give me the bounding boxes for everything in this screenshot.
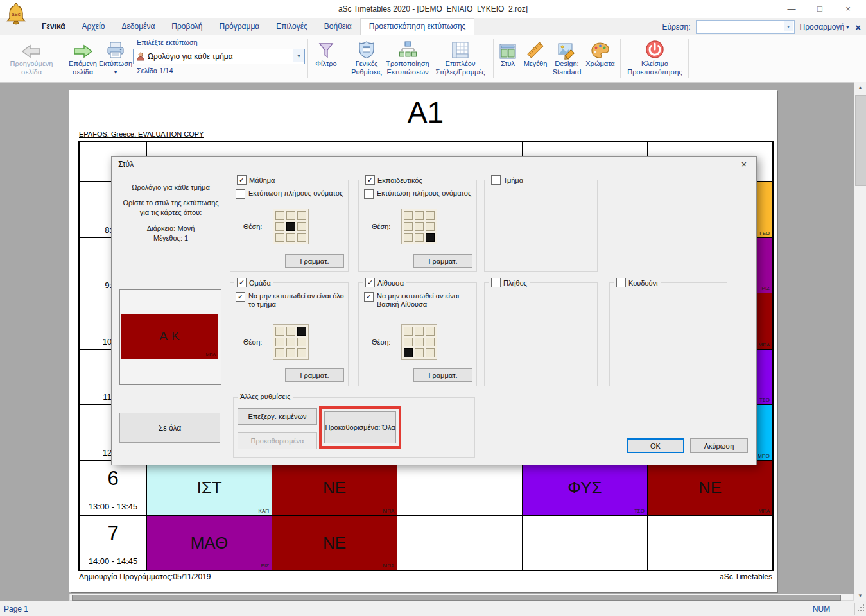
position-cell[interactable] — [404, 211, 413, 220]
minimize-button[interactable]: — — [777, 1, 806, 15]
menu-tab-8[interactable]: Προεπισκόπηση εκτύπωσης — [360, 18, 475, 35]
group-option-checkbox[interactable] — [236, 292, 245, 302]
position-cell[interactable] — [415, 348, 424, 357]
position-cell[interactable] — [415, 327, 424, 336]
position-cell[interactable] — [275, 222, 284, 231]
scroll-down-icon[interactable]: ▼ — [854, 590, 866, 601]
menu-tab-7[interactable]: Βοήθεια — [316, 18, 360, 35]
chevron-down-icon[interactable]: ▾ — [95, 68, 136, 76]
layout-style-icon — [496, 38, 520, 60]
title-bar: aSc Timetables 2020 - [DEMO_ENIAIO_LYKEI… — [0, 0, 866, 18]
position-cell[interactable] — [286, 211, 295, 220]
position-cell[interactable] — [275, 233, 284, 242]
resize-grip[interactable] — [856, 603, 865, 614]
preview-card-corner-code: ΜΠΑ — [205, 352, 216, 357]
position-cell[interactable] — [286, 222, 295, 231]
lesson-option-checkbox[interactable] — [236, 189, 245, 199]
print-button[interactable]: Εκτύπωση ▾ — [95, 38, 136, 68]
edit-texts-button[interactable]: Επεξεργ. κειμένων — [238, 408, 317, 425]
find-input[interactable] — [698, 21, 784, 33]
position-cell[interactable] — [426, 222, 435, 231]
teacher-option-checkbox[interactable] — [364, 189, 374, 199]
modify-printouts-button[interactable]: Τροποποίηση Εκτυπώσεων — [379, 38, 437, 76]
scroll-up-icon[interactable]: ▲ — [854, 82, 866, 92]
menu-tab-1[interactable]: Γενικά — [33, 18, 74, 35]
position-cell[interactable] — [275, 338, 284, 346]
close-preview-button[interactable]: Κλείσιμο Προεπισκόπησης — [624, 38, 686, 76]
position-cell[interactable] — [297, 338, 306, 346]
menu-tab-2[interactable]: Αρχείο — [74, 18, 114, 35]
position-cell[interactable] — [297, 233, 306, 242]
maximize-button[interactable]: □ — [806, 1, 834, 15]
design-button[interactable]: Design: Standard — [550, 38, 584, 76]
teacher-font-button[interactable]: Γραμματ. — [413, 254, 472, 268]
position-cell[interactable] — [404, 222, 413, 231]
cancel-button[interactable]: Ακύρωση — [690, 438, 748, 453]
lesson-checkbox[interactable] — [237, 175, 247, 185]
apply-to-all-button[interactable]: Σε όλα — [119, 413, 220, 443]
room-font-button[interactable]: Γραμματ. — [413, 368, 472, 382]
menu-tab-5[interactable]: Πρόγραμμα — [211, 18, 268, 35]
close-button[interactable]: × — [834, 1, 862, 15]
menu-tab-6[interactable]: Επιλογές — [268, 18, 316, 35]
position-cell[interactable] — [426, 233, 435, 242]
ok-button[interactable]: OK — [627, 438, 684, 453]
sizes-button[interactable]: Μεγέθη — [520, 38, 551, 68]
style-button[interactable]: Στυλ — [496, 38, 520, 68]
horizontal-scroll-thumb[interactable] — [72, 595, 841, 601]
position-cell[interactable] — [415, 211, 424, 220]
room-option-checkbox[interactable] — [364, 292, 374, 302]
position-cell[interactable] — [297, 222, 306, 231]
group-checkbox[interactable] — [237, 278, 247, 287]
ribbon-close-icon[interactable]: × — [855, 22, 861, 33]
room-checkbox[interactable] — [365, 278, 375, 287]
position-cell[interactable] — [297, 211, 306, 220]
group-count-header: Πλήθος — [489, 278, 530, 287]
position-cell[interactable] — [426, 348, 435, 357]
position-cell[interactable] — [415, 222, 424, 231]
class-checkbox[interactable] — [491, 175, 501, 185]
extra-columns-rows-button[interactable]: Επιπλέον Στήλες/Γραμμές — [429, 38, 492, 76]
position-cell[interactable] — [404, 348, 413, 357]
position-cell[interactable] — [426, 211, 435, 220]
dialog-close-icon[interactable]: × — [736, 158, 752, 170]
menu-tab-3[interactable]: Δεδομένα — [113, 18, 163, 35]
customize-button[interactable]: Προσαρμογή ▾ — [800, 22, 849, 31]
position-cell[interactable] — [286, 327, 295, 336]
count-checkbox[interactable] — [491, 278, 501, 287]
position-cell[interactable] — [404, 338, 413, 346]
page-title: A1 — [79, 95, 772, 130]
position-cell[interactable] — [426, 327, 435, 336]
group-font-button[interactable]: Γραμματ. — [285, 368, 344, 382]
teacher-checkbox[interactable] — [365, 175, 375, 185]
position-cell[interactable] — [404, 327, 413, 336]
position-cell[interactable] — [297, 348, 306, 357]
chevron-down-icon[interactable]: ▾ — [293, 49, 304, 62]
position-cell[interactable] — [275, 211, 284, 220]
vertical-scroll-thumb[interactable] — [855, 95, 866, 186]
position-cell[interactable] — [275, 348, 284, 357]
position-cell[interactable] — [404, 233, 413, 242]
position-cell[interactable] — [415, 233, 424, 242]
colors-button[interactable]: Χρώματα — [583, 38, 618, 68]
position-cell[interactable] — [286, 233, 295, 242]
chevron-down-icon[interactable]: ▾ — [784, 21, 793, 31]
position-cell[interactable] — [275, 327, 284, 336]
menu-tab-4[interactable]: Προβολή — [163, 18, 211, 35]
lesson-font-button[interactable]: Γραμματ. — [285, 254, 344, 268]
vertical-scrollbar[interactable]: ▲ ▼ — [854, 82, 866, 601]
preview-toolbar: Προηγούμενη σελίδα Επόμενη σελίδα Εκτύπω… — [0, 35, 866, 83]
previous-page-button[interactable]: Προηγούμενη σελίδα — [1, 38, 62, 76]
defaults-all-button[interactable]: Προκαθορισμένα: Όλα — [324, 411, 396, 443]
find-combobox[interactable]: ▾ — [696, 20, 795, 34]
dialog-title-bar[interactable]: Στύλ × — [112, 157, 756, 172]
position-cell[interactable] — [297, 327, 306, 336]
position-cell[interactable] — [415, 338, 424, 346]
filter-button[interactable]: Φίλτρο — [309, 38, 343, 68]
position-cell[interactable] — [286, 338, 295, 346]
print-type-select[interactable]: Ωρολόγιο για κάθε τμήμα ▾ — [133, 49, 305, 64]
bell-checkbox[interactable] — [616, 278, 626, 287]
position-cell[interactable] — [286, 348, 295, 357]
position-cell[interactable] — [426, 338, 435, 346]
horizontal-scrollbar[interactable] — [69, 594, 854, 601]
